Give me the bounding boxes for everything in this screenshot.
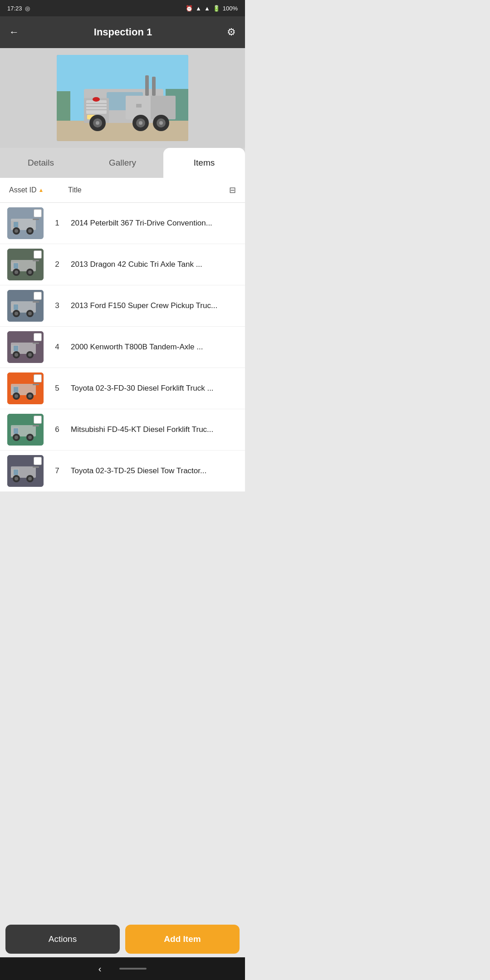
item-checkbox-7[interactable] xyxy=(34,457,42,465)
item-id: 4 xyxy=(44,343,71,352)
svg-rect-13 xyxy=(152,77,156,96)
svg-point-22 xyxy=(139,121,142,125)
svg-point-34 xyxy=(28,229,32,233)
item-thumb-3 xyxy=(7,290,44,322)
status-time: 17:23 xyxy=(7,5,22,12)
settings-button[interactable]: ⚙ xyxy=(227,26,236,38)
item-checkbox-6[interactable] xyxy=(34,416,42,424)
tabs: Details Gallery Items xyxy=(0,148,245,178)
svg-rect-15 xyxy=(136,104,142,108)
item-title: 2013 Dragon 42 Cubic Tri Axle Tank ... xyxy=(71,260,238,269)
sort-arrow-icon: ▲ xyxy=(38,187,44,193)
svg-rect-35 xyxy=(33,219,39,220)
item-thumb-2 xyxy=(7,249,44,280)
svg-point-43 xyxy=(28,270,32,274)
svg-rect-7 xyxy=(86,100,107,114)
item-checkbox-2[interactable] xyxy=(34,250,42,259)
item-id: 3 xyxy=(44,301,71,310)
svg-point-61 xyxy=(28,353,32,357)
tab-details[interactable]: Details xyxy=(0,148,82,178)
item-checkbox-4[interactable] xyxy=(34,333,42,341)
svg-point-77 xyxy=(15,436,18,439)
item-title: Mitsubishi FD-45-KT Diesel Forklift Truc… xyxy=(71,425,238,434)
truck-image xyxy=(57,55,188,141)
item-row[interactable]: 32013 Ford F150 Super Crew Pickup Truc..… xyxy=(0,285,245,327)
item-row[interactable]: 6Mitsubishi FD-45-KT Diesel Forklift Tru… xyxy=(0,409,245,451)
item-row[interactable]: 22013 Dragon 42 Cubic Tri Axle Tank ... xyxy=(0,244,245,285)
battery-icon: 🔋 xyxy=(213,5,220,12)
svg-rect-30 xyxy=(14,222,18,227)
signal-icon: ▲ xyxy=(204,5,210,12)
svg-rect-66 xyxy=(14,387,18,392)
svg-point-41 xyxy=(15,270,18,274)
item-thumb-4 xyxy=(7,331,44,363)
item-checkbox-3[interactable] xyxy=(34,292,42,300)
svg-point-50 xyxy=(15,312,18,315)
svg-point-68 xyxy=(15,394,18,398)
svg-point-88 xyxy=(28,477,32,480)
item-thumb-6 xyxy=(7,414,44,446)
svg-rect-57 xyxy=(14,346,18,351)
status-sim-icon: ◎ xyxy=(25,5,30,12)
svg-rect-84 xyxy=(14,470,18,475)
item-title: Toyota 02-3-TD-25 Diesel Tow Tractor... xyxy=(71,466,238,475)
svg-rect-80 xyxy=(33,425,39,426)
item-row[interactable]: 7Toyota 02-3-TD-25 Diesel Tow Tractor... xyxy=(0,451,245,492)
status-left: 17:23 ◎ xyxy=(7,5,30,12)
status-bar: 17:23 ◎ ⏰ ▲ ▲ 🔋 100% xyxy=(0,0,245,16)
svg-point-32 xyxy=(15,229,18,233)
svg-rect-89 xyxy=(33,466,39,468)
tab-items[interactable]: Items xyxy=(163,148,245,178)
item-title: Toyota 02-3-FD-30 Diesel Forklift Truck … xyxy=(71,384,238,393)
items-list: 12014 Peterbilt 367 Tri-Drive Convention… xyxy=(0,203,245,492)
svg-rect-2 xyxy=(57,91,70,121)
svg-rect-44 xyxy=(33,260,39,261)
tab-gallery[interactable]: Gallery xyxy=(82,148,163,178)
svg-point-70 xyxy=(28,394,32,398)
table-header: Asset ID ▲ Title ⊟ xyxy=(0,178,245,203)
item-id: 5 xyxy=(44,384,71,393)
page-title: Inspection 1 xyxy=(94,26,152,38)
svg-rect-75 xyxy=(14,428,18,434)
alarm-icon: ⏰ xyxy=(186,5,193,12)
svg-rect-53 xyxy=(33,301,39,303)
vehicle-image-area xyxy=(0,48,245,148)
col-title: Title xyxy=(68,186,229,194)
item-id: 2 xyxy=(44,260,71,269)
svg-point-52 xyxy=(28,312,32,315)
item-title: 2014 Peterbilt 367 Tri-Drive Convention.… xyxy=(71,219,238,228)
header: ← Inspection 1 ⚙ xyxy=(0,16,245,48)
item-title: 2013 Ford F150 Super Crew Pickup Truc... xyxy=(71,301,238,310)
item-id: 7 xyxy=(44,466,71,475)
svg-rect-71 xyxy=(33,384,39,385)
item-row[interactable]: 5Toyota 02-3-FD-30 Diesel Forklift Truck… xyxy=(0,368,245,409)
item-thumb-5 xyxy=(7,372,44,404)
item-row[interactable]: 42000 Kenworth T800B Tandem-Axle ... xyxy=(0,327,245,368)
item-thumb-7 xyxy=(7,455,44,487)
col-asset-id[interactable]: Asset ID ▲ xyxy=(9,186,68,194)
svg-point-86 xyxy=(15,477,18,480)
svg-point-26 xyxy=(93,97,100,102)
status-right: ⏰ ▲ ▲ 🔋 100% xyxy=(186,5,238,12)
vehicle-image xyxy=(57,55,188,141)
svg-rect-62 xyxy=(33,343,39,344)
item-checkbox-5[interactable] xyxy=(34,374,42,382)
wifi-icon: ▲ xyxy=(196,5,201,12)
svg-point-79 xyxy=(28,436,32,439)
back-button[interactable]: ← xyxy=(9,26,19,38)
item-title: 2000 Kenworth T800B Tandem-Axle ... xyxy=(71,343,238,352)
item-thumb-1 xyxy=(7,207,44,239)
item-checkbox-1[interactable] xyxy=(34,209,42,217)
battery-percent: 100% xyxy=(223,5,238,12)
svg-point-59 xyxy=(15,353,18,357)
svg-point-19 xyxy=(96,121,99,125)
item-id: 1 xyxy=(44,219,71,228)
svg-rect-48 xyxy=(14,304,18,310)
item-row[interactable]: 12014 Peterbilt 367 Tri-Drive Convention… xyxy=(0,203,245,244)
item-id: 6 xyxy=(44,425,71,434)
filter-icon[interactable]: ⊟ xyxy=(229,185,236,195)
svg-point-25 xyxy=(159,121,163,125)
svg-rect-12 xyxy=(145,75,149,96)
svg-rect-39 xyxy=(14,263,18,269)
